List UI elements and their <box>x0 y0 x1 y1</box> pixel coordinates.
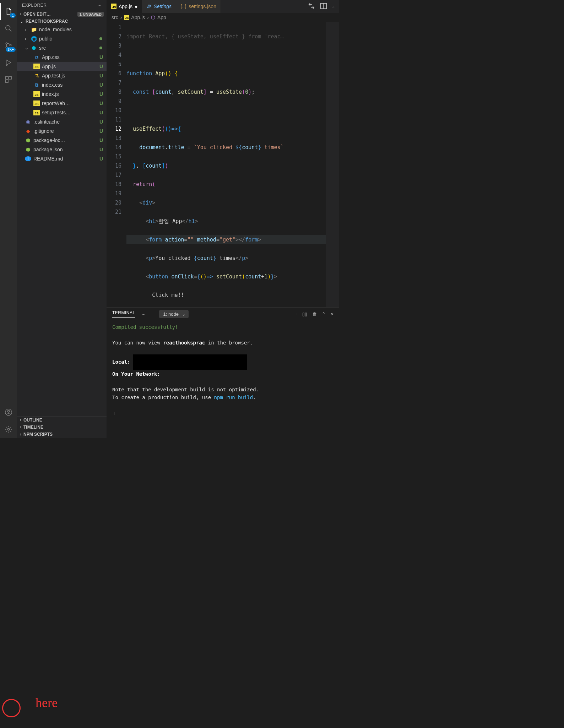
svg-point-1 <box>6 43 7 44</box>
file-item[interactable]: ⧉ App.css U <box>17 53 107 62</box>
line-gutter: 123456789101112131415161718192021 <box>107 22 126 307</box>
js-icon: JS <box>33 100 40 106</box>
js-icon: JS <box>124 15 129 20</box>
more-icon[interactable]: ··· <box>142 311 146 317</box>
file-item[interactable]: JS reportWeb… U <box>17 99 107 108</box>
info-icon: i <box>25 156 31 161</box>
file-tree: › 📁 node_modules › 🌐 public ⌄ ⬢ src ⧉ Ap… <box>17 25 107 416</box>
css-icon: ⧉ <box>33 54 40 60</box>
svg-point-0 <box>6 26 10 30</box>
editor[interactable]: 123456789101112131415161718192021 import… <box>107 22 339 307</box>
unsaved-badge: 1 UNSAVED <box>77 12 104 17</box>
file-item[interactable]: ⚗ App.test.js U <box>17 71 107 80</box>
file-item[interactable]: ◆ .gitignore U <box>17 126 107 136</box>
modified-dot-icon <box>99 47 102 49</box>
more-icon[interactable]: ··· <box>97 3 102 8</box>
node-icon: ⬢ <box>25 137 31 143</box>
file-item[interactable]: JS App.js U <box>17 62 107 71</box>
git-icon: ◆ <box>25 128 31 134</box>
settings-gear-icon[interactable] <box>0 421 17 438</box>
chevron-right-icon: › <box>20 425 21 430</box>
css-icon: ⧉ <box>33 82 40 88</box>
sidebar: EXPLORER ··· › OPEN EDIT… 1 UNSAVED ⌄ RE… <box>17 0 107 438</box>
chevron-right-icon: › <box>20 418 21 423</box>
more-icon[interactable]: ··· <box>332 4 336 9</box>
tab-settings[interactable]: 🗎 Settings <box>142 0 176 13</box>
npm-scripts-section[interactable]: › NPM SCRIPTS <box>17 431 107 438</box>
terminal-select[interactable]: 1: node ⌄ <box>159 310 189 318</box>
file-item[interactable]: JS setupTests… U <box>17 108 107 117</box>
js-icon: JS <box>33 64 40 69</box>
activity-bar: 1 1K+ <box>0 0 17 438</box>
chevron-down-icon: ⌄ <box>182 311 186 317</box>
svg-rect-7 <box>6 80 8 82</box>
code-area[interactable]: import React, { useState, useEffect } fr… <box>126 22 339 307</box>
svg-point-10 <box>7 428 10 430</box>
modified-dot-icon <box>99 37 102 40</box>
js-icon: JS <box>111 4 116 9</box>
terminal-output[interactable]: Compiled successfully! You can now view … <box>107 320 339 438</box>
sidebar-title: EXPLORER <box>22 3 47 8</box>
test-icon: ⚗ <box>33 73 40 78</box>
symbol-icon: ⬡ <box>151 15 155 20</box>
file-item[interactable]: ◉ .eslintcache U <box>17 117 107 126</box>
new-terminal-icon[interactable]: + <box>295 311 298 317</box>
breadcrumb[interactable]: src› JS App.js› ⬡ App <box>107 13 339 22</box>
js-icon: JS <box>33 91 40 97</box>
file-item[interactable]: i README.md U <box>17 154 107 163</box>
file-icon: 🗎 <box>146 4 151 9</box>
redacted-block <box>133 354 247 370</box>
run-debug-icon[interactable] <box>0 54 17 71</box>
file-item[interactable]: ⬢ package.json U <box>17 145 107 154</box>
eslint-icon: ◉ <box>25 119 31 125</box>
dirty-dot-icon: ● <box>135 4 137 9</box>
minimap[interactable] <box>326 22 339 307</box>
folder-node-modules[interactable]: › 📁 node_modules <box>17 25 107 34</box>
chevron-down-icon: ⌄ <box>25 45 30 50</box>
split-editor-icon[interactable] <box>320 2 327 11</box>
scm-badge: 1K+ <box>6 47 16 52</box>
chevron-right-icon: › <box>25 36 30 41</box>
svg-rect-5 <box>6 77 8 79</box>
tab-bar: JS App.js ● 🗎 Settings {..} settings.jso… <box>107 0 339 13</box>
main: JS App.js ● 🗎 Settings {..} settings.jso… <box>107 0 339 438</box>
timeline-section[interactable]: › TIMELINE <box>17 424 107 431</box>
split-terminal-icon[interactable]: ▯▯ <box>302 311 307 317</box>
chevron-down-icon: ⌄ <box>20 19 23 24</box>
tab-settings-json[interactable]: {..} settings.json <box>176 0 221 13</box>
accounts-icon[interactable] <box>0 404 17 421</box>
close-icon[interactable]: × <box>331 311 333 317</box>
terminal-tab[interactable]: TERMINAL <box>112 310 135 318</box>
tab-app-js[interactable]: JS App.js ● <box>107 0 142 13</box>
trash-icon[interactable]: 🗑 <box>312 311 317 317</box>
svg-point-9 <box>7 411 10 413</box>
open-editors-section[interactable]: › OPEN EDIT… 1 UNSAVED <box>17 11 107 18</box>
file-item[interactable]: ⬢ package-loc… U <box>17 136 107 145</box>
project-section[interactable]: ⌄ REACTHOOKSPRAC <box>17 18 107 25</box>
source-control-icon[interactable]: 1K+ <box>0 37 17 54</box>
chevron-right-icon: › <box>20 432 21 437</box>
panel: TERMINAL ··· 1: node ⌄ + ▯▯ 🗑 ⌃ × Compil… <box>107 307 339 438</box>
chevron-up-icon[interactable]: ⌃ <box>322 311 326 317</box>
outline-section[interactable]: › OUTLINE <box>17 417 107 424</box>
extensions-icon[interactable] <box>0 71 17 88</box>
svg-point-3 <box>10 44 11 46</box>
chevron-right-icon: › <box>20 12 21 17</box>
chevron-right-icon: › <box>25 27 30 32</box>
node-icon: ⬢ <box>25 147 31 152</box>
folder-src[interactable]: ⌄ ⬢ src <box>17 43 107 53</box>
js-icon: JS <box>33 110 40 115</box>
folder-icon: 📁 <box>31 27 37 32</box>
file-item[interactable]: JS index.js U <box>17 89 107 99</box>
folder-icon: 🌐 <box>31 36 37 42</box>
folder-public[interactable]: › 🌐 public <box>17 34 107 43</box>
folder-react-icon: ⬢ <box>31 45 37 51</box>
explorer-badge: 1 <box>10 13 16 18</box>
json-icon: {..} <box>180 4 186 9</box>
svg-rect-6 <box>9 77 11 79</box>
search-icon[interactable] <box>0 20 17 37</box>
compare-icon[interactable] <box>308 2 315 11</box>
explorer-icon[interactable]: 1 <box>0 3 17 20</box>
file-item[interactable]: ⧉ index.css U <box>17 80 107 89</box>
